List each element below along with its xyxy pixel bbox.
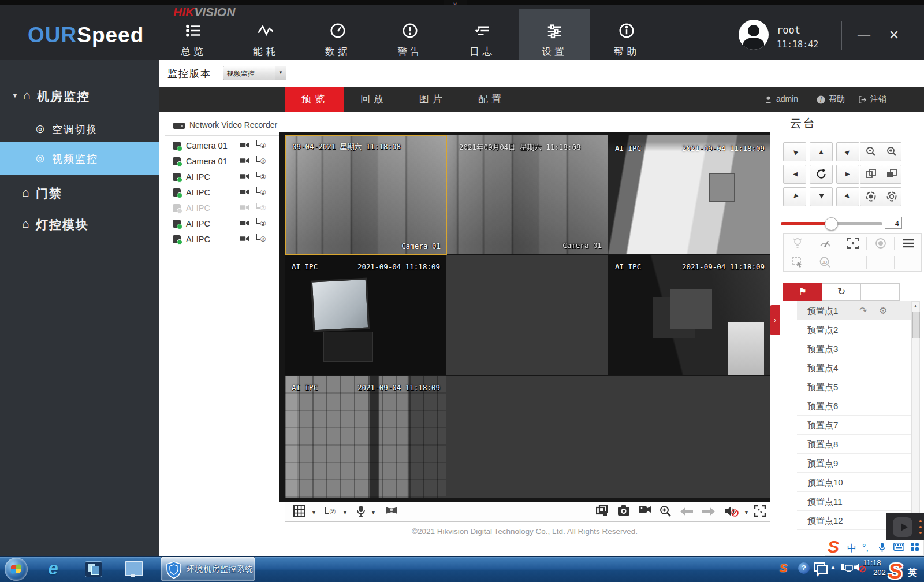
focus-far-button[interactable] (860, 165, 881, 183)
two-way-audio-button[interactable] (356, 505, 366, 519)
close-button[interactable]: ✕ (882, 25, 906, 45)
tray-network-icon[interactable] (840, 562, 853, 573)
tab-picture[interactable]: 图片 (403, 87, 462, 112)
preset-item-9[interactable]: 预置点9 (797, 454, 911, 473)
preset-scrollbar[interactable]: ▲ (911, 301, 920, 522)
sidebar-item-room-monitor[interactable]: ▼ ⌂ 机房监控 (0, 84, 159, 109)
start-button[interactable] (5, 558, 28, 581)
taskbar-clock-time[interactable]: 11:18 (863, 558, 881, 567)
preset-item-8[interactable]: 预置点8 (797, 435, 911, 454)
scroll-thumb[interactable] (912, 312, 920, 338)
nav-alerts[interactable]: 警告 (374, 9, 446, 64)
menu-button[interactable] (895, 234, 922, 253)
camcorder-icon[interactable] (240, 235, 249, 242)
nav-energy[interactable]: 能耗 (230, 9, 301, 64)
sogou-icon[interactable]: S (828, 537, 839, 557)
fisheye-button[interactable] (385, 505, 398, 519)
light-button[interactable] (784, 234, 811, 253)
camcorder-icon[interactable] (240, 173, 249, 180)
video-tile-1[interactable]: 09-04-2021 星期六 11:18:08 Camera 01 (285, 135, 447, 255)
stream-icon[interactable]: ② (256, 218, 266, 228)
tray-window-icon[interactable] (814, 562, 825, 572)
iris-open-button[interactable] (881, 188, 901, 206)
camcorder-icon[interactable] (240, 220, 249, 227)
camcorder-icon[interactable] (240, 157, 249, 164)
channel-row-aiipc-1[interactable]: AI IPC ② (165, 170, 279, 186)
tab-presets[interactable]: ⚑ (783, 283, 822, 301)
video-tile-2[interactable]: 2021年09月04日 星期六 11:18:08 Camera 01 (446, 135, 608, 254)
nav-settings[interactable]: 设置 (519, 9, 590, 64)
camcorder-icon[interactable] (240, 204, 249, 211)
channel-row-aiipc-5[interactable]: AI IPC ② (165, 232, 279, 248)
channel-row-aiipc-3-offline[interactable]: AI IPC ② (165, 201, 279, 217)
stream-icon[interactable]: ② (256, 234, 266, 243)
fullscreen-button[interactable] (754, 505, 766, 519)
layout-grid-button[interactable] (293, 505, 305, 519)
preset-item-6[interactable]: 预置点6 (797, 396, 911, 416)
previous-page-button[interactable] (680, 507, 693, 521)
stream-type-button[interactable]: ② (325, 506, 336, 520)
channel-row-camera01-a[interactable]: Camera 01 ② (165, 139, 279, 154)
video-tile-9-empty[interactable] (608, 376, 770, 498)
record-button[interactable] (639, 505, 651, 519)
taskbar-display-app-icon[interactable] (122, 559, 146, 579)
tray-show-hidden-icon[interactable]: ▲ (830, 564, 836, 570)
panel-collapse-handle[interactable]: › (770, 305, 780, 335)
call-preset-icon[interactable]: ↷ (859, 301, 867, 320)
keyboard-icon[interactable] (893, 543, 904, 551)
ptz-down-right-button[interactable]: ▲ (836, 187, 859, 206)
video-tile-5-empty[interactable] (446, 255, 608, 375)
ime-zh-toggle[interactable]: 中 (847, 543, 856, 555)
sidebar-item-video-monitor[interactable]: ◎ 视频监控 (0, 142, 159, 175)
caret-down-icon[interactable]: ▼ (342, 510, 348, 516)
preset-item-1[interactable]: 预置点1 ↷ ⚙ (797, 301, 911, 320)
ptz-up-right-button[interactable]: ▲ (836, 142, 859, 161)
auxiliary-focus-button[interactable] (839, 234, 866, 253)
caret-down-icon[interactable]: ▼ (744, 510, 749, 516)
focus-near-button[interactable] (881, 165, 901, 183)
zoom-out-button[interactable] (860, 143, 881, 161)
gear-icon[interactable]: ⚙ (879, 301, 887, 320)
preset-item-5[interactable]: 预置点5 (797, 377, 911, 396)
zoom-in-button[interactable] (881, 143, 901, 161)
ptz-down-left-button[interactable]: ▲ (783, 187, 806, 206)
taskbar-ie-icon[interactable]: e (42, 559, 65, 579)
sidebar-item-light-control[interactable]: ⌂ 灯控模块 (0, 212, 159, 238)
minimize-button[interactable]: — (852, 25, 875, 45)
iris-close-button[interactable] (860, 188, 881, 206)
nav-data[interactable]: 数据 (302, 9, 374, 64)
video-tile-6[interactable]: AI IPC 2021-09-04 11:18:09 (608, 255, 770, 375)
caret-down-icon[interactable]: ▼ (311, 510, 316, 516)
stream-icon[interactable]: ② (256, 156, 266, 165)
tray-caret-icon[interactable]: ▼ (815, 573, 820, 578)
hik-logout[interactable]: 注销 (858, 87, 886, 112)
preset-item-7[interactable]: 预置点7 (797, 416, 911, 435)
user-avatar[interactable] (739, 20, 769, 50)
sidebar-item-ac-switch[interactable]: ◎ 空调切换 (0, 117, 159, 140)
preset-item-4[interactable]: 预置点4 (797, 358, 911, 377)
ptz-auto-scan-button[interactable] (810, 165, 833, 184)
language-badge[interactable]: 英 (908, 567, 917, 579)
taskbar-media-app-icon[interactable] (82, 559, 105, 579)
channel-row-aiipc-4[interactable]: AI IPC ② (165, 217, 279, 232)
ptz-up-left-button[interactable]: ▲ (783, 142, 806, 161)
tab-playback[interactable]: 回放 (344, 87, 403, 112)
mic-icon[interactable] (878, 543, 886, 553)
lens-init-button[interactable] (867, 234, 894, 253)
ptz-left-button[interactable]: ▲ (783, 165, 806, 184)
toolbox-grid-icon[interactable] (911, 543, 919, 551)
nav-help[interactable]: 帮助 (591, 9, 662, 64)
stream-icon[interactable]: ② (256, 187, 266, 197)
3d-zoom-button[interactable]: 3D (811, 253, 839, 272)
floating-widget[interactable] (886, 513, 924, 542)
tab-patrol[interactable]: ↻ (822, 283, 861, 301)
tab-pattern[interactable] (860, 283, 900, 301)
hik-help[interactable]: i帮助 (817, 87, 845, 112)
preset-item-11[interactable]: 预置点11 (797, 492, 911, 511)
punctuation-icon[interactable]: °, (862, 543, 869, 553)
stream-icon[interactable]: ② (256, 203, 266, 212)
camcorder-icon[interactable] (240, 142, 249, 149)
version-select[interactable]: 视频监控 ▼ (223, 66, 286, 80)
nav-logs[interactable]: 日志 (446, 9, 518, 64)
video-tile-4[interactable]: AI IPC 2021-09-04 11:18:09 (285, 255, 446, 375)
